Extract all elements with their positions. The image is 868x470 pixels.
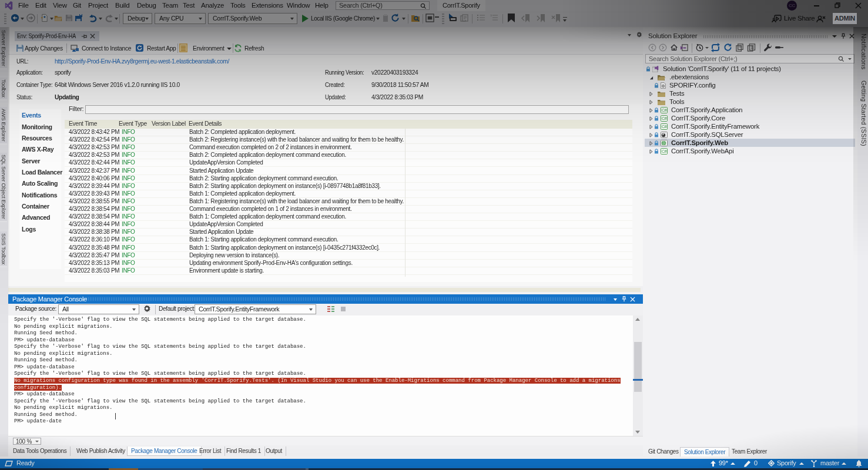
svg-text:C#: C# xyxy=(662,108,667,112)
svg-text:?: ? xyxy=(490,14,492,18)
svg-text:C#: C# xyxy=(662,125,667,129)
svg-text:C#: C# xyxy=(662,149,667,153)
svg-text:C#: C# xyxy=(662,116,667,120)
